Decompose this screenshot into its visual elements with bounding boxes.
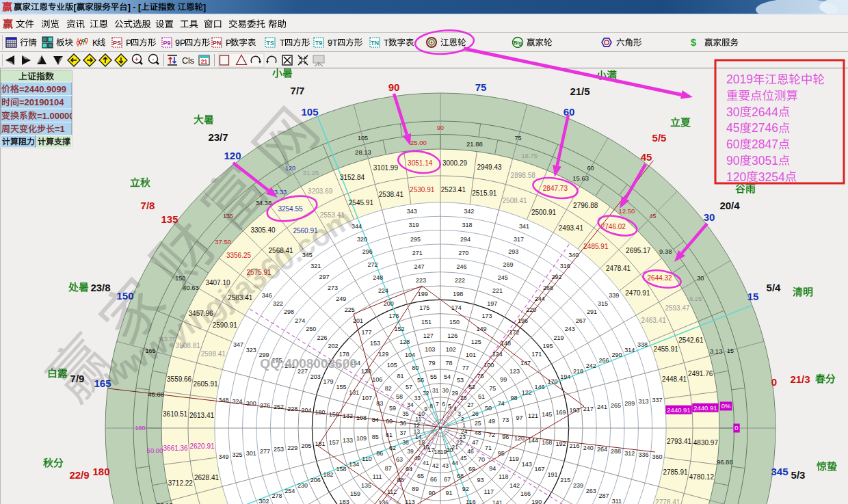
svg-text:92: 92 [462, 486, 469, 492]
svg-text:291: 291 [587, 308, 597, 315]
svg-text:84: 84 [372, 416, 379, 423]
svg-text:168: 168 [542, 439, 552, 446]
svg-text:266: 266 [599, 357, 609, 364]
svg-text:230: 230 [297, 482, 308, 489]
svg-text:30: 30 [442, 387, 449, 394]
svg-text:0%: 0% [721, 402, 731, 410]
svg-text:295: 295 [410, 236, 421, 243]
svg-text:21/3: 21/3 [790, 373, 810, 385]
svg-text:247: 247 [414, 263, 424, 270]
svg-text:342: 342 [464, 208, 474, 215]
svg-text:7: 7 [436, 401, 439, 408]
svg-text:102: 102 [446, 346, 456, 353]
svg-text:2493.41: 2493.41 [559, 224, 584, 232]
svg-text:117: 117 [484, 488, 494, 495]
svg-text:153: 153 [370, 340, 380, 347]
svg-text:245: 245 [498, 274, 508, 281]
svg-text:37.50: 37.50 [215, 238, 231, 246]
svg-text:202: 202 [328, 343, 339, 349]
svg-text:36: 36 [399, 420, 406, 427]
svg-text:Big: Big [514, 40, 522, 46]
svg-text:57: 57 [406, 384, 412, 390]
svg-text:77: 77 [462, 364, 469, 371]
svg-text:116: 116 [466, 499, 475, 504]
svg-text:146: 146 [535, 384, 545, 390]
svg-text:2593.47: 2593.47 [665, 304, 690, 312]
svg-text:216: 216 [570, 442, 580, 449]
svg-text:52: 52 [468, 384, 475, 390]
svg-text:147: 147 [520, 360, 531, 367]
svg-text:265: 265 [611, 402, 621, 409]
svg-text:190: 190 [531, 499, 542, 504]
svg-text:293: 293 [508, 248, 518, 255]
svg-text:278: 278 [271, 492, 282, 499]
svg-text:2796.88: 2796.88 [573, 202, 598, 209]
svg-text:9T: 9T [328, 38, 338, 48]
svg-text:9P: 9P [175, 38, 185, 48]
svg-text:2598.41: 2598.41 [201, 350, 226, 358]
svg-text:297: 297 [319, 274, 330, 280]
svg-text:130: 130 [361, 368, 371, 375]
svg-text:60: 60 [587, 165, 594, 172]
svg-text:2500.91: 2500.91 [531, 209, 557, 216]
svg-text:101: 101 [466, 352, 476, 358]
svg-text:110: 110 [362, 455, 371, 462]
svg-text:2542.61: 2542.61 [678, 336, 704, 344]
svg-text:217: 217 [583, 406, 594, 412]
svg-text:46: 46 [467, 448, 474, 455]
svg-text:53: 53 [457, 377, 464, 384]
svg-text:25.00: 25.00 [410, 139, 427, 146]
svg-text:41: 41 [423, 460, 429, 466]
svg-text:2019: 2019 [726, 72, 753, 86]
svg-text:124: 124 [492, 351, 503, 358]
svg-text:65: 65 [417, 473, 424, 479]
svg-text:24: 24 [461, 428, 468, 435]
svg-text:9.38: 9.38 [659, 248, 672, 255]
svg-text:312: 312 [624, 450, 635, 457]
svg-text:96: 96 [502, 434, 509, 440]
svg-text:179: 179 [323, 378, 334, 385]
svg-text:191: 191 [547, 471, 557, 478]
svg-text:2613.41: 2613.41 [189, 412, 215, 419]
svg-text:316: 316 [560, 263, 570, 269]
svg-text:254: 254 [284, 488, 295, 494]
svg-text:+: + [135, 56, 138, 63]
svg-text:311: 311 [612, 498, 622, 504]
svg-text:0: 0 [771, 376, 777, 388]
svg-text:155: 155 [336, 384, 346, 390]
svg-text:60: 60 [386, 418, 393, 425]
svg-text:294: 294 [460, 236, 471, 243]
svg-text:68: 68 [457, 473, 464, 479]
svg-text:91: 91 [445, 490, 452, 496]
svg-text:72: 72 [488, 432, 495, 438]
svg-text:93: 93 [477, 477, 483, 483]
svg-text:90: 90 [437, 124, 444, 131]
svg-text:205: 205 [301, 442, 311, 449]
svg-text:121: 121 [528, 412, 538, 419]
svg-text:69: 69 [468, 466, 475, 473]
svg-text:45: 45 [641, 151, 652, 163]
svg-text:3254: 3254 [758, 170, 785, 184]
svg-text:243: 243 [565, 326, 575, 332]
svg-text:120: 120 [514, 435, 525, 442]
svg-text:8: 8 [429, 403, 433, 410]
svg-text:2491.76: 2491.76 [688, 370, 713, 377]
svg-text:-: - [153, 56, 155, 63]
svg-text:38: 38 [402, 439, 409, 446]
svg-text:2508.41: 2508.41 [503, 197, 528, 204]
svg-text:111: 111 [373, 473, 382, 480]
svg-text:157: 157 [329, 439, 339, 446]
svg-text:126: 126 [447, 332, 458, 339]
svg-text:201: 201 [353, 317, 363, 324]
svg-text:271: 271 [412, 250, 423, 256]
svg-text:34: 34 [407, 401, 414, 408]
svg-text:TS: TS [266, 40, 274, 47]
svg-text:83: 83 [376, 400, 383, 407]
svg-text:P: P [226, 38, 231, 48]
svg-text:58: 58 [396, 393, 403, 400]
svg-text:290: 290 [611, 352, 622, 358]
svg-text:200: 200 [384, 300, 394, 307]
svg-text:2545.91: 2545.91 [349, 199, 374, 207]
svg-text:2530.91: 2530.91 [410, 186, 435, 194]
svg-text:241: 241 [597, 403, 607, 410]
